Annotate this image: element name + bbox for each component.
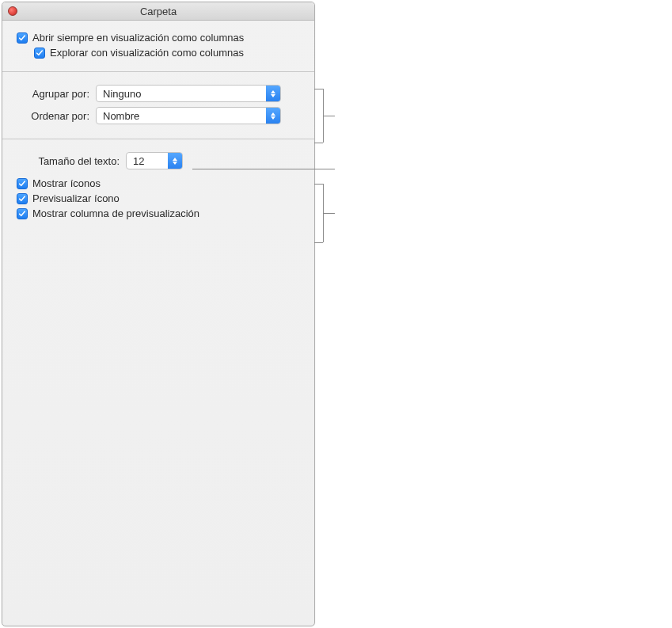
window-title: Carpeta (140, 6, 177, 17)
callout-line (323, 116, 335, 116)
folder-view-options-dialog: Carpeta Abrir siempre en visualización c… (2, 2, 315, 626)
sort-by-label: Ordenar por: (17, 110, 89, 122)
group-by-value: Ninguno (103, 88, 141, 100)
always-open-columns-row[interactable]: Abrir siempre en visualización como colu… (17, 32, 300, 44)
browse-columns-label: Explorar con visualización como columnas (50, 47, 244, 59)
text-size-select[interactable]: 12 (126, 152, 183, 169)
show-preview-column-row[interactable]: Mostrar columna de previsualización (17, 207, 300, 219)
show-icons-label: Mostrar íconos (32, 177, 101, 189)
callout-line (323, 213, 335, 214)
group-by-row: Agrupar por: Ninguno (17, 85, 300, 102)
checkbox-checked-icon (34, 48, 45, 59)
callout-line (192, 169, 335, 169)
always-open-columns-label: Abrir siempre en visualización como colu… (32, 32, 244, 44)
sort-by-row: Ordenar por: Nombre (17, 107, 300, 124)
titlebar: Carpeta (2, 2, 314, 21)
group-by-select[interactable]: Ninguno (96, 85, 281, 102)
updown-caret-icon (266, 108, 280, 124)
show-icons-row[interactable]: Mostrar íconos (17, 177, 300, 189)
close-button[interactable] (8, 6, 17, 16)
text-size-value: 12 (133, 155, 144, 167)
group-by-label: Agrupar por: (17, 88, 89, 100)
text-size-label: Tamaño del texto: (17, 155, 120, 167)
checkbox-checked-icon (17, 32, 28, 44)
preview-icon-row[interactable]: Previsualizar ícono (17, 192, 300, 204)
checkbox-checked-icon (17, 208, 28, 219)
preview-icon-label: Previsualizar ícono (32, 192, 120, 204)
callout-line (314, 143, 323, 143)
section-open-mode: Abrir siempre en visualización como colu… (2, 21, 314, 72)
section-display: Tamaño del texto: 12 Mostrar íconos Prev… (2, 139, 314, 232)
section-grouping: Agrupar por: Ninguno Ordenar por: Nombre (2, 72, 314, 139)
callout-line (314, 89, 323, 89)
sort-by-value: Nombre (103, 110, 139, 122)
updown-caret-icon (266, 86, 280, 101)
checkbox-checked-icon (17, 178, 28, 189)
updown-caret-icon (168, 153, 182, 169)
browse-columns-row[interactable]: Explorar con visualización como columnas (34, 47, 300, 59)
callout-line (314, 242, 323, 243)
sort-by-select[interactable]: Nombre (96, 107, 281, 124)
show-preview-column-label: Mostrar columna de previsualización (32, 207, 199, 219)
text-size-row: Tamaño del texto: 12 (17, 152, 300, 169)
callout-line (314, 184, 323, 185)
checkbox-checked-icon (17, 193, 28, 204)
